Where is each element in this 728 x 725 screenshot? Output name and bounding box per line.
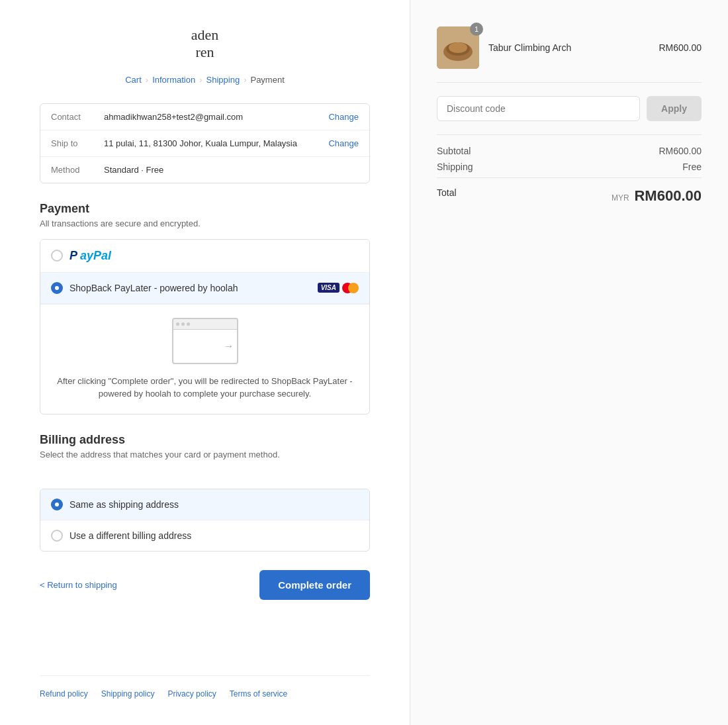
arrow-right-icon: → — [224, 340, 234, 352]
same-address-label: Same as shipping address — [69, 499, 179, 510]
breadcrumb-sep-3: › — [244, 75, 246, 85]
breadcrumb-shipping[interactable]: Shipping — [206, 75, 240, 85]
method-value: Standard · Free — [104, 165, 359, 175]
currency-label: MYR — [612, 193, 629, 203]
breadcrumb-sep-1: › — [146, 75, 148, 85]
ship-label: Ship to — [51, 138, 104, 148]
shipping-label: Shipping — [437, 162, 473, 172]
order-item: 1 Tabur Climbing Arch RM600.00 — [437, 26, 702, 83]
billing-subtitle: Select the address that matches your car… — [40, 450, 370, 459]
payment-option-shopback[interactable]: ShopBack PayLater - powered by hoolah VI… — [40, 273, 369, 304]
terms-of-service-link[interactable]: Terms of service — [230, 689, 287, 699]
billing-options: Same as shipping address Use a different… — [40, 489, 370, 552]
contact-value: ahmadikhwan258+test2@gmail.com — [104, 112, 328, 122]
breadcrumb-information[interactable]: Information — [152, 75, 195, 85]
footer-links: Refund policy Shipping policy Privacy po… — [40, 675, 370, 699]
contact-row: Contact ahmadikhwan258+test2@gmail.com C… — [40, 104, 369, 130]
paypal-radio — [51, 250, 63, 262]
paypal-p: P — [69, 249, 77, 263]
ship-to-row: Ship to 11 pulai, 11, 81300 Johor, Kuala… — [40, 130, 369, 157]
contact-change-link[interactable]: Change — [328, 112, 359, 122]
redirect-text: After clicking "Complete order", you wil… — [54, 375, 356, 401]
paypal-logo: P ayPal — [69, 249, 111, 263]
grand-price: RM600.00 — [634, 187, 702, 204]
right-panel: 1 Tabur Climbing Arch RM600.00 Apply Sub… — [410, 0, 728, 725]
product-image-wrap: 1 — [437, 26, 479, 69]
subtotal-label: Subtotal — [437, 146, 471, 156]
visa-icon: VISA — [318, 283, 340, 293]
billing-title: Billing address — [40, 433, 370, 447]
billing-option-different[interactable]: Use a different billing address — [40, 520, 369, 551]
ship-change-link[interactable]: Change — [328, 138, 359, 148]
product-price: RM600.00 — [659, 42, 702, 53]
total-amount: MYR RM600.00 — [612, 187, 702, 205]
product-badge: 1 — [470, 23, 483, 36]
apply-button[interactable]: Apply — [647, 96, 702, 121]
subtotal-value: RM600.00 — [659, 146, 702, 156]
totals: Subtotal RM600.00 Shipping Free Total MY… — [437, 134, 702, 205]
breadcrumb-payment: Payment — [250, 75, 284, 85]
contact-label: Contact — [51, 112, 104, 122]
discount-row: Apply — [437, 96, 702, 121]
complete-order-button[interactable]: Complete order — [259, 570, 370, 600]
method-row: Method Standard · Free — [40, 157, 369, 183]
card-icons: VISA — [318, 283, 359, 293]
shipping-row: Shipping Free — [437, 162, 702, 172]
browser-content: → — [173, 330, 237, 363]
discount-code-input[interactable] — [437, 96, 640, 121]
same-address-radio — [51, 499, 63, 510]
shopback-radio — [51, 282, 63, 294]
redirect-box: → After clicking "Complete order", you w… — [40, 304, 369, 414]
left-panel: aden ren Cart › Information › Shipping ›… — [0, 0, 410, 725]
breadcrumb-sep-2: › — [199, 75, 202, 85]
svg-point-3 — [449, 42, 467, 53]
grand-total-row: Total MYR RM600.00 — [437, 177, 702, 205]
payment-title: Payment — [40, 202, 370, 216]
paypal-text: ayPal — [80, 249, 111, 263]
shipping-policy-link[interactable]: Shipping policy — [101, 689, 155, 699]
shopback-label: ShopBack PayLater - powered by hoolah — [69, 283, 311, 293]
refund-policy-link[interactable]: Refund policy — [40, 689, 88, 699]
privacy-policy-link[interactable]: Privacy policy — [167, 689, 216, 699]
subtotal-row: Subtotal RM600.00 — [437, 146, 702, 156]
different-address-label: Use a different billing address — [69, 530, 191, 541]
total-label: Total — [437, 187, 457, 205]
browser-mock: → — [172, 318, 238, 364]
browser-bar — [173, 319, 237, 330]
brand-logo: aden ren — [191, 26, 219, 62]
info-box: Contact ahmadikhwan258+test2@gmail.com C… — [40, 103, 370, 183]
payment-option-paypal[interactable]: P ayPal — [40, 240, 369, 273]
different-address-radio — [51, 530, 63, 542]
breadcrumb: Cart › Information › Shipping › Payment — [125, 75, 285, 85]
return-to-shipping-link[interactable]: < Return to shipping — [40, 580, 117, 590]
payment-options: P ayPal ShopBack PayLater - powered by h… — [40, 239, 370, 414]
billing-section: Billing address Select the address that … — [40, 433, 370, 470]
actions-row: < Return to shipping Complete order — [40, 570, 370, 600]
mastercard-icon — [342, 283, 359, 293]
method-label: Method — [51, 165, 104, 175]
breadcrumb-cart[interactable]: Cart — [125, 75, 142, 85]
billing-option-same[interactable]: Same as shipping address — [40, 489, 369, 520]
shipping-value: Free — [682, 162, 702, 172]
ship-value: 11 pulai, 11, 81300 Johor, Kuala Lumpur,… — [104, 138, 328, 148]
payment-subtitle: All transactions are secure and encrypte… — [40, 218, 370, 228]
product-name: Tabur Climbing Arch — [488, 42, 649, 53]
